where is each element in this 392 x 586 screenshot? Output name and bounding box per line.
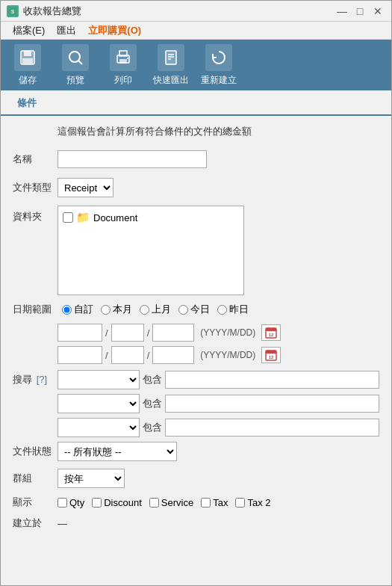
radio-yesterday[interactable]: 昨日 — [217, 303, 249, 316]
save-icon — [14, 44, 41, 71]
radio-custom[interactable]: 自訂 — [62, 303, 93, 316]
menu-file[interactable]: 檔案(E) — [7, 22, 51, 39]
date-to-month[interactable] — [111, 346, 144, 364]
date-hint-2: (YYYY/M/DD) — [200, 350, 255, 360]
rebuild-button[interactable]: 重新建立 — [201, 44, 237, 87]
name-row: 名稱 — [13, 149, 379, 170]
folder-name: Document — [93, 212, 137, 223]
search-row-2: 包含 — [13, 394, 379, 413]
window-controls: — □ ✕ — [335, 4, 385, 19]
description-text: 這個報告會計算所有符合條件的文件的總金額 — [57, 125, 379, 138]
search-value-3[interactable] — [165, 419, 379, 437]
date-from-month[interactable] — [111, 324, 144, 342]
display-row: 顯示 Qty Discount Service Tax — [13, 496, 379, 509]
folder-checkbox[interactable] — [63, 212, 73, 223]
search-value-1[interactable] — [165, 371, 379, 389]
date-input-row-1: / / (YYYY/M/DD) 12 — [57, 324, 379, 342]
preview-icon — [62, 44, 89, 71]
check-tax2[interactable]: Tax 2 — [235, 497, 270, 508]
tab-conditions[interactable]: 條件 — [7, 92, 47, 116]
menu-bar: 檔案(E) 匯出 立即購買(O) — [1, 22, 391, 40]
search-row-3: 包含 — [13, 418, 379, 437]
name-input[interactable] — [57, 150, 207, 168]
doctype-label: 文件類型 — [13, 181, 57, 194]
radio-month-input[interactable] — [101, 305, 111, 315]
group-row: 群組 按年 按月 按日 — [13, 469, 379, 488]
display-check-group: Qty Discount Service Tax Tax 2 — [57, 497, 270, 508]
radio-today-input[interactable] — [178, 305, 188, 315]
folder-label: 資料夾 — [13, 210, 57, 223]
quick-export-icon — [158, 44, 184, 71]
search-field-3[interactable] — [57, 418, 140, 437]
menu-export[interactable]: 匯出 — [51, 22, 82, 39]
svg-rect-4 — [22, 58, 33, 64]
window-icon: $ — [7, 5, 19, 17]
search-field-2[interactable] — [57, 394, 140, 413]
date-input-row-2: / / (YYYY/M/DD) 12 — [57, 346, 379, 364]
print-icon — [110, 44, 137, 71]
docstatus-select[interactable]: -- 所有狀態 -- 未完成 已完成 已取消 — [57, 442, 177, 461]
svg-point-10 — [127, 58, 128, 59]
check-service-input[interactable] — [149, 498, 159, 508]
name-control — [57, 150, 379, 168]
close-button[interactable]: ✕ — [370, 4, 385, 19]
date-range-label: 日期範圍 — [13, 303, 57, 316]
check-discount[interactable]: Discount — [92, 497, 142, 508]
preview-button[interactable]: 預覽 — [57, 44, 93, 87]
date-to-year[interactable] — [57, 346, 102, 364]
doctype-control: Receipt Invoice Order — [57, 178, 379, 197]
calendar-from-button[interactable]: 12 — [261, 324, 281, 341]
search-value-2[interactable] — [165, 395, 379, 413]
svg-rect-21 — [266, 351, 276, 354]
minimize-button[interactable]: — — [335, 4, 349, 19]
folder-icon: 📁 — [76, 211, 90, 224]
search-contains-1: 包含 — [143, 373, 162, 386]
radio-lastmonth[interactable]: 上月 — [140, 303, 171, 316]
doctype-select[interactable]: Receipt Invoice Order — [57, 178, 113, 197]
print-button[interactable]: 列印 — [105, 44, 141, 87]
svg-text:12: 12 — [269, 333, 274, 337]
date-sep-2: / — [147, 327, 150, 339]
check-service[interactable]: Service — [149, 497, 193, 508]
search-row-1: 搜尋 [?] 包含 — [13, 370, 379, 389]
svg-rect-9 — [119, 59, 127, 64]
date-from-day[interactable] — [152, 324, 194, 342]
check-tax[interactable]: Tax — [201, 497, 228, 508]
calendar-to-button[interactable]: 12 — [261, 347, 281, 363]
name-label: 名稱 — [13, 152, 57, 166]
folder-tree[interactable]: 📁 Document — [57, 206, 244, 295]
date-sep-1: / — [105, 327, 108, 339]
search-contains-3: 包含 — [143, 421, 162, 434]
svg-point-5 — [69, 52, 80, 62]
folder-row: 資料夾 📁 Document — [13, 206, 379, 295]
date-to-day[interactable] — [152, 346, 194, 364]
svg-rect-3 — [24, 51, 31, 56]
maximize-button[interactable]: □ — [352, 4, 367, 19]
created-row: 建立於 — — [13, 516, 379, 530]
radio-yesterday-input[interactable] — [217, 305, 227, 315]
search-field-1[interactable] — [57, 370, 140, 389]
save-button[interactable]: 儲存 — [10, 44, 46, 87]
docstatus-row: 文件狀態 -- 所有狀態 -- 未完成 已完成 已取消 — [13, 442, 379, 461]
svg-rect-11 — [166, 51, 176, 64]
search-help-link[interactable]: [?] — [37, 374, 47, 385]
group-select[interactable]: 按年 按月 按日 — [57, 469, 125, 488]
check-tax-input[interactable] — [201, 498, 211, 508]
radio-lastmonth-input[interactable] — [140, 305, 149, 315]
radio-today[interactable]: 今日 — [178, 303, 210, 316]
radio-custom-input[interactable] — [62, 305, 72, 315]
date-from-year[interactable] — [57, 324, 102, 342]
search-label: 搜尋 [?] — [13, 373, 57, 386]
menu-purchase[interactable]: 立即購買(O) — [82, 22, 147, 39]
main-window: $ 收款報告總覽 — □ ✕ 檔案(E) 匯出 立即購買(O) 儲存 — [0, 0, 392, 586]
check-qty-input[interactable] — [57, 498, 67, 508]
check-qty[interactable]: Qty — [57, 497, 84, 508]
check-tax2-input[interactable] — [235, 498, 245, 508]
check-discount-input[interactable] — [92, 498, 102, 508]
radio-month[interactable]: 本月 — [101, 303, 132, 316]
display-label: 顯示 — [13, 496, 57, 509]
date-sep-4: / — [147, 350, 150, 361]
date-hint-1: (YYYY/M/DD) — [200, 327, 255, 338]
quick-export-button[interactable]: 快速匯出 — [153, 44, 189, 87]
rebuild-icon — [205, 44, 232, 71]
